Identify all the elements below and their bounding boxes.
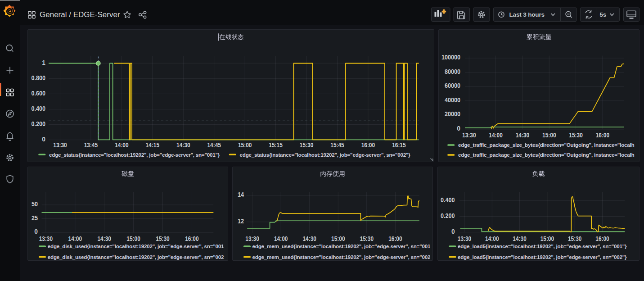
- svg-text:0.200: 0.200: [31, 121, 45, 127]
- svg-text:13:30: 13:30: [245, 235, 259, 242]
- svg-text:15:00: 15:00: [331, 235, 345, 242]
- svg-text:15:30: 15:30: [300, 142, 314, 149]
- svg-text:100000: 100000: [441, 54, 460, 61]
- svg-text:14:00: 14:00: [485, 235, 499, 242]
- svg-text:14:30: 14:30: [513, 235, 527, 242]
- svg-text:0.400: 0.400: [441, 196, 455, 203]
- svg-text:50: 50: [32, 201, 38, 208]
- svg-text:60000: 60000: [445, 82, 460, 89]
- svg-text:14:45: 14:45: [207, 142, 221, 149]
- svg-text:5s: 5s: [600, 11, 607, 18]
- svg-text:15:30: 15:30: [568, 235, 582, 242]
- svg-text:16:00: 16:00: [596, 131, 610, 138]
- svg-text:1: 1: [42, 59, 45, 66]
- svg-text:0.600: 0.600: [31, 90, 45, 97]
- svg-text:General / EDGE-Server: General / EDGE-Server: [40, 10, 120, 19]
- svg-text:0: 0: [457, 125, 460, 132]
- svg-text:15:45: 15:45: [330, 142, 344, 149]
- svg-text:14:30: 14:30: [176, 142, 190, 149]
- svg-text:15:30: 15:30: [156, 235, 170, 242]
- svg-text:0: 0: [42, 136, 45, 143]
- svg-text:13:30: 13:30: [462, 131, 476, 138]
- svg-text:0: 0: [451, 228, 455, 235]
- svg-text:14:15: 14:15: [146, 142, 160, 149]
- svg-text:16:00: 16:00: [595, 235, 609, 242]
- svg-text:16:00: 16:00: [388, 235, 402, 242]
- svg-text:16:15: 16:15: [392, 142, 406, 149]
- svg-text:13:30: 13:30: [53, 142, 67, 149]
- svg-text:edge_disk_used{instance="local: edge_disk_used{instance="localhost:19202…: [48, 243, 224, 249]
- svg-text:15:30: 15:30: [569, 131, 583, 138]
- svg-text:80000: 80000: [445, 68, 460, 75]
- svg-text:0.200: 0.200: [441, 212, 455, 219]
- svg-text:14: 14: [238, 191, 244, 198]
- svg-text:edge_mem_used{instance="localh: edge_mem_used{instance="localhost:19202"…: [252, 254, 431, 259]
- svg-text:14:00: 14:00: [274, 235, 288, 242]
- svg-text:40000: 40000: [445, 96, 460, 103]
- svg-text:edge_disk_used{instance="local: edge_disk_used{instance="localhost:19202…: [48, 254, 224, 259]
- svg-text:15:00: 15:00: [238, 142, 252, 149]
- svg-text:edge_mem_used{instance="localh: edge_mem_used{instance="localhost:19202"…: [252, 243, 431, 249]
- svg-text:edge_load5{instance="localhost: edge_load5{instance="localhost:19202", j…: [458, 254, 627, 259]
- svg-text:edge_status{instance="localhos: edge_status{instance="localhost:19202", …: [240, 151, 411, 157]
- svg-text:13:45: 13:45: [84, 142, 98, 149]
- svg-text:16:00: 16:00: [185, 235, 199, 242]
- svg-text:14:30: 14:30: [516, 131, 530, 138]
- svg-text:15:00: 15:00: [540, 235, 554, 242]
- svg-text:edge_status{instance="localhos: edge_status{instance="localhost:19202", …: [49, 151, 220, 157]
- svg-text:15:15: 15:15: [269, 142, 283, 149]
- svg-text:14:30: 14:30: [97, 235, 111, 242]
- svg-text:14:00: 14:00: [489, 131, 503, 138]
- svg-text:15:30: 15:30: [360, 235, 374, 242]
- svg-text:14:00: 14:00: [68, 235, 82, 242]
- svg-text:edge_traffic_package_size_byte: edge_traffic_package_size_bytes{directio…: [458, 152, 635, 158]
- svg-text:13:30: 13:30: [458, 235, 472, 242]
- svg-text:0.400: 0.400: [31, 105, 45, 112]
- svg-text:12: 12: [238, 218, 244, 224]
- svg-text:0: 0: [34, 228, 38, 235]
- svg-text:16:00: 16:00: [361, 142, 375, 149]
- svg-text:20000: 20000: [445, 111, 460, 118]
- svg-text:edge_load5{instance="localhost: edge_load5{instance="localhost:19202", j…: [458, 243, 627, 249]
- svg-text:14:30: 14:30: [302, 235, 316, 242]
- svg-text:15:00: 15:00: [542, 131, 556, 138]
- svg-text:0.800: 0.800: [31, 75, 45, 82]
- svg-text:Last 3 hours: Last 3 hours: [509, 11, 545, 18]
- svg-text:13:30: 13:30: [39, 235, 53, 242]
- svg-text:15:00: 15:00: [126, 235, 140, 242]
- svg-text:25: 25: [32, 214, 38, 221]
- svg-text:edge_traffic_package_size_byte: edge_traffic_package_size_bytes{directio…: [458, 142, 635, 148]
- svg-text:14:00: 14:00: [115, 142, 129, 149]
